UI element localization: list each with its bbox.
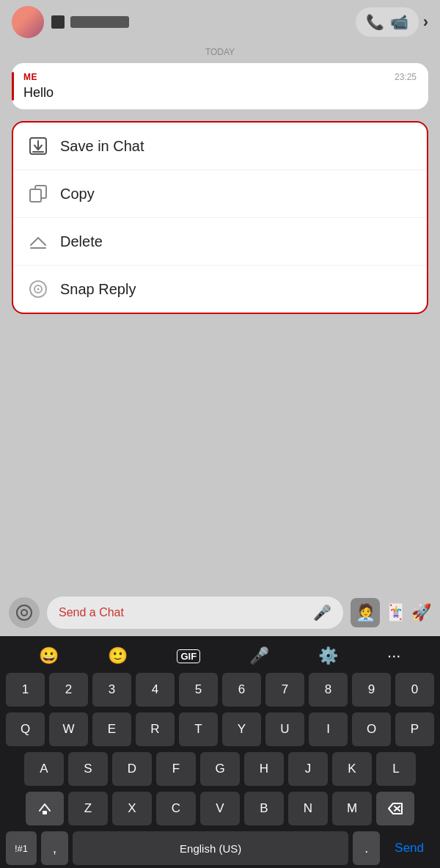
chat-input-pill[interactable]: Send a Chat 🎤 — [47, 597, 343, 629]
svg-rect-11 — [43, 811, 47, 814]
camera-button[interactable] — [9, 597, 40, 628]
kb-key-l[interactable]: L — [376, 752, 416, 786]
card-icon[interactable]: 🃏 — [386, 603, 406, 622]
kb-key-b[interactable]: B — [244, 792, 284, 825]
avatar[interactable] — [12, 6, 44, 38]
kb-row-zxcv: Z X C V B N M — [6, 792, 434, 825]
save-in-chat-label: Save in Chat — [60, 138, 144, 155]
kb-key-a[interactable]: A — [24, 752, 64, 786]
kb-backspace-key[interactable] — [376, 792, 414, 825]
delete-label: Delete — [60, 233, 103, 250]
kb-key-6[interactable]: 6 — [222, 673, 261, 707]
svg-point-10 — [21, 610, 27, 616]
kb-key-r[interactable]: R — [136, 712, 175, 746]
kb-key-y[interactable]: Y — [222, 712, 261, 746]
kb-key-4[interactable]: 4 — [136, 673, 175, 707]
kb-key-0[interactable]: 0 — [395, 673, 434, 707]
kb-key-1[interactable]: 1 — [6, 673, 45, 707]
phone-icon[interactable]: 📞 — [366, 13, 384, 31]
bitmoji-icon[interactable]: 🧑‍💼 — [351, 598, 380, 627]
kb-key-i[interactable]: I — [309, 712, 348, 746]
contact-name — [70, 16, 129, 28]
mic-icon[interactable]: 🎤 — [313, 604, 331, 621]
kb-shift-key[interactable] — [26, 792, 64, 825]
kb-more-icon[interactable]: ··· — [387, 646, 400, 665]
kb-gif-button[interactable]: GIF — [177, 649, 200, 663]
snap-reply-icon — [28, 279, 48, 299]
message-text: Hello — [23, 85, 417, 101]
context-menu-delete[interactable]: Delete — [13, 218, 427, 266]
svg-point-9 — [17, 605, 32, 620]
kb-key-z[interactable]: Z — [68, 792, 108, 825]
kb-key-h[interactable]: H — [244, 752, 284, 786]
kb-key-d[interactable]: D — [112, 752, 152, 786]
kb-key-v[interactable]: V — [200, 792, 240, 825]
kb-comma-key[interactable]: , — [41, 831, 68, 865]
chat-placeholder[interactable]: Send a Chat — [59, 606, 306, 619]
kb-key-m[interactable]: M — [332, 792, 372, 825]
message-left-bar — [12, 72, 14, 101]
name-icon — [51, 15, 65, 29]
kb-key-7[interactable]: 7 — [265, 673, 304, 707]
video-icon[interactable]: 📹 — [390, 13, 408, 31]
contact-name-area — [51, 15, 356, 29]
kb-special-key[interactable]: !#1 — [6, 831, 37, 865]
gray-spacer — [0, 320, 440, 589]
kb-space-key[interactable]: English (US) — [73, 831, 348, 865]
kb-key-c[interactable]: C — [156, 792, 196, 825]
kb-key-2[interactable]: 2 — [49, 673, 88, 707]
kb-key-9[interactable]: 9 — [352, 673, 391, 707]
rocket-icon[interactable]: 🚀 — [411, 603, 431, 622]
message-bubble: ME 23:25 Hello — [12, 63, 428, 109]
kb-row-asdf: A S D F G H J K L — [6, 752, 434, 786]
message-sender-row: ME 23:25 — [23, 72, 417, 82]
kb-key-3[interactable]: 3 — [92, 673, 131, 707]
kb-memoji-icon[interactable]: 😀 — [39, 646, 59, 665]
chevron-right-icon[interactable]: › — [423, 12, 428, 32]
context-menu-save-in-chat[interactable]: Save in Chat — [13, 123, 427, 170]
kb-key-o[interactable]: O — [352, 712, 391, 746]
copy-label: Copy — [60, 186, 95, 203]
call-video-pill[interactable]: 📞 📹 — [356, 7, 419, 37]
kb-row-qwerty: Q W E R T Y U I O P — [6, 712, 434, 746]
chat-input-bar: Send a Chat 🎤 🧑‍💼 🃏 🚀 — [0, 589, 440, 636]
svg-point-8 — [37, 288, 40, 291]
copy-icon — [28, 183, 48, 204]
svg-rect-4 — [30, 189, 41, 202]
kb-key-q[interactable]: Q — [6, 712, 45, 746]
kb-key-k[interactable]: K — [332, 752, 372, 786]
kb-bottom-row: !#1 , English (US) . Send — [3, 831, 437, 865]
kb-row-numbers: 1 2 3 4 5 6 7 8 9 0 — [6, 673, 434, 707]
context-menu-snap-reply[interactable]: Snap Reply — [13, 266, 427, 313]
kb-key-t[interactable]: T — [179, 712, 218, 746]
kb-key-j[interactable]: J — [288, 752, 328, 786]
message-sender: ME — [23, 72, 37, 82]
kb-key-w[interactable]: W — [49, 712, 88, 746]
kb-settings-icon[interactable]: ⚙️ — [318, 646, 338, 665]
keyboard: 😀 🙂 GIF 🎤 ⚙️ ··· 1 2 3 4 5 6 7 8 9 0 — [0, 636, 440, 868]
kb-key-s[interactable]: S — [68, 752, 108, 786]
message-container: ME 23:25 Hello — [0, 63, 440, 115]
save-in-chat-icon — [28, 136, 48, 156]
snap-reply-label: Snap Reply — [60, 281, 136, 298]
kb-key-f[interactable]: F — [156, 752, 196, 786]
chat-right-icons: 🧑‍💼 🃏 🚀 — [351, 598, 431, 627]
kb-key-5[interactable]: 5 — [179, 673, 218, 707]
message-time: 23:25 — [395, 72, 417, 82]
kb-key-g[interactable]: G — [200, 752, 240, 786]
kb-key-u[interactable]: U — [265, 712, 304, 746]
kb-key-p[interactable]: P — [395, 712, 434, 746]
kb-emoji-icon[interactable]: 🙂 — [108, 646, 128, 665]
kb-key-n[interactable]: N — [288, 792, 328, 825]
kb-key-e[interactable]: E — [92, 712, 131, 746]
kb-key-8[interactable]: 8 — [309, 673, 348, 707]
top-bar: 📞 📹 › — [0, 0, 440, 44]
app-container: 📞 📹 › TODAY ME 23:25 Hello — [0, 0, 440, 868]
today-label: TODAY — [0, 44, 440, 63]
kb-send-key[interactable]: Send — [384, 831, 434, 865]
context-menu-copy[interactable]: Copy — [13, 170, 427, 218]
kb-mic-icon[interactable]: 🎤 — [249, 646, 269, 665]
kb-period-key[interactable]: . — [353, 831, 380, 865]
kb-key-x[interactable]: X — [112, 792, 152, 825]
keyboard-rows: 1 2 3 4 5 6 7 8 9 0 Q W E R T Y U I — [3, 673, 437, 825]
